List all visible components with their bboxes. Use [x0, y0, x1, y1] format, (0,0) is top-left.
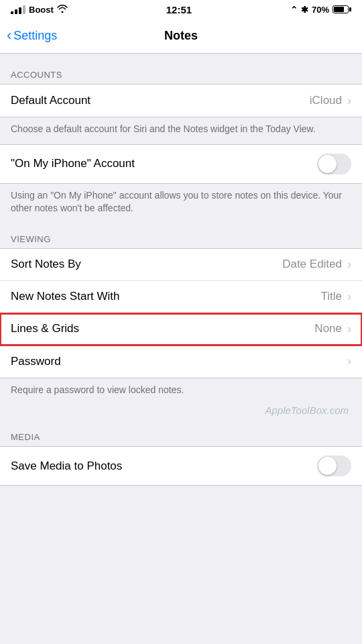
bluetooth-icon: ✱	[301, 5, 308, 15]
save-media-toggle[interactable]	[317, 455, 351, 476]
password-row[interactable]: Password ›	[0, 345, 362, 378]
password-chevron-icon: ›	[347, 354, 351, 368]
viewing-list-group: Sort Notes By Date Edited › New Notes St…	[0, 248, 362, 378]
default-account-description: Choose a default account for Siri and th…	[0, 117, 362, 144]
new-notes-row[interactable]: New Notes Start With Title ›	[0, 281, 362, 313]
default-account-row[interactable]: Default Account iCloud ›	[0, 85, 362, 117]
on-my-iphone-row: "On My iPhone" Account	[0, 145, 362, 183]
lines-grids-chevron-icon: ›	[347, 322, 351, 336]
status-time: 12:51	[166, 4, 192, 15]
new-notes-label: New Notes Start With	[11, 290, 120, 303]
sort-notes-chevron-icon: ›	[347, 258, 351, 272]
on-my-iphone-label: "On My iPhone" Account	[11, 157, 135, 170]
back-label: Settings	[13, 29, 57, 43]
accounts-list-group: Default Account iCloud ›	[0, 84, 362, 117]
back-chevron-icon: ‹	[7, 28, 11, 43]
save-media-toggle-thumb	[318, 457, 337, 475]
page-title: Notes	[164, 29, 198, 43]
default-account-chevron-icon: ›	[347, 94, 351, 108]
lines-grids-label: Lines & Grids	[11, 322, 79, 335]
battery-percent: 70%	[312, 5, 329, 15]
default-account-value: iCloud	[310, 94, 342, 107]
password-label: Password	[11, 355, 61, 368]
default-account-right: iCloud ›	[310, 94, 351, 108]
battery-icon	[333, 5, 351, 13]
media-list-group: Save Media to Photos	[0, 446, 362, 486]
status-bar: Boost 12:51 ⌃ ✱ 70%	[0, 0, 362, 19]
carrier-label: Boost	[29, 5, 54, 15]
lines-grids-value: None	[314, 322, 342, 335]
on-my-iphone-list-group: "On My iPhone" Account	[0, 144, 362, 184]
toggle-thumb	[318, 155, 337, 173]
accounts-section-header: ACCOUNTS	[0, 59, 362, 84]
viewing-section-header: VIEWING	[0, 223, 362, 248]
signal-icon	[11, 5, 25, 14]
on-my-iphone-toggle[interactable]	[317, 154, 351, 174]
location-icon: ⌃	[290, 5, 298, 15]
wifi-icon	[57, 5, 68, 15]
save-media-row: Save Media to Photos	[0, 447, 362, 485]
status-left: Boost	[11, 5, 68, 15]
save-media-label: Save Media to Photos	[11, 460, 122, 473]
sort-notes-label: Sort Notes By	[11, 258, 81, 271]
new-notes-right: Title ›	[321, 290, 352, 304]
back-button[interactable]: ‹ Settings	[7, 29, 57, 43]
on-my-iphone-description: Using an "On My iPhone" account allows y…	[0, 184, 362, 223]
sort-notes-value: Date Edited	[282, 258, 342, 271]
default-account-label: Default Account	[11, 94, 90, 107]
lines-grids-right: None ›	[314, 322, 351, 336]
new-notes-value: Title	[321, 290, 343, 303]
watermark: AppleToolBox.com	[0, 405, 362, 421]
new-notes-chevron-icon: ›	[347, 290, 351, 304]
lines-grids-row[interactable]: Lines & Grids None ›	[0, 313, 362, 345]
password-description: Require a password to view locked notes.	[0, 378, 362, 405]
nav-bar: ‹ Settings Notes	[0, 19, 362, 54]
sort-notes-right: Date Edited ›	[282, 258, 351, 272]
media-section-header: MEDIA	[0, 421, 362, 446]
status-right: ⌃ ✱ 70%	[290, 5, 351, 15]
password-right: ›	[346, 354, 351, 368]
sort-notes-row[interactable]: Sort Notes By Date Edited ›	[0, 249, 362, 281]
